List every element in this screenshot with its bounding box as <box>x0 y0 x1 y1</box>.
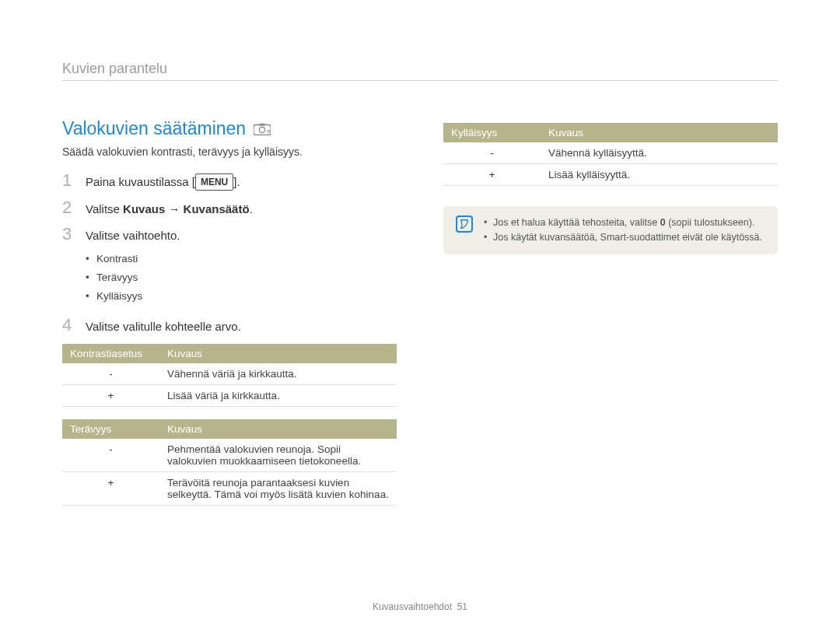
step-2-bold: Kuvaus → Kuvansäätö <box>123 202 250 215</box>
footer-label: Kuvausvaihtoehdot <box>373 601 452 612</box>
note-1-suffix: (sopii tulostukseen). <box>666 217 755 228</box>
step-number: 3 <box>62 226 75 243</box>
page-footer: Kuvausvaihtoehdot 51 <box>0 601 840 612</box>
sharpness-table: Terävyys Kuvaus - Pehmentää valokuvien r… <box>62 419 397 506</box>
table-cell-key: - <box>443 142 541 164</box>
table-header: Kuvaus <box>541 123 778 142</box>
bullet-item: Kontrasti <box>86 250 397 268</box>
step-3: 3 Valitse vaihtoehto. Kontrasti Terävyys… <box>62 226 397 309</box>
saturation-table: Kylläisyys Kuvaus - Vähennä kylläisyyttä… <box>443 123 778 186</box>
camera-mode-icon: P <box>254 123 271 135</box>
table-cell-key: - <box>62 363 159 385</box>
table-cell-desc: Vähennä väriä ja kirkkautta. <box>159 363 397 385</box>
note-1-prefix: Jos et halua käyttää tehosteita, valitse <box>493 217 660 228</box>
svg-rect-1 <box>259 123 264 125</box>
step-number: 2 <box>62 199 75 216</box>
note-list: Jos et halua käyttää tehosteita, valitse… <box>484 215 762 245</box>
step-number: 1 <box>62 172 75 189</box>
table-cell-desc: Lisää väriä ja kirkkautta. <box>159 384 397 406</box>
step-body: Valitse Kuvaus → Kuvansäätö. <box>86 201 397 219</box>
menu-button-label: MENU <box>195 173 233 191</box>
table-cell-desc: Pehmentää valokuvien reunoja. Sopii valo… <box>159 439 397 472</box>
step-3-text: Valitse vaihtoehto. <box>86 229 180 242</box>
table-header: Kuvaus <box>159 344 397 363</box>
left-column: Valokuvien säätäminen P Säädä valokuvien… <box>62 118 397 518</box>
step-2-prefix: Valitse <box>86 202 123 215</box>
table-cell-key: + <box>443 164 541 186</box>
table-header: Kontrastiasetus <box>62 344 159 363</box>
table-cell-key: + <box>62 471 159 505</box>
table-header: Kuvaus <box>159 419 397 439</box>
page-number: 51 <box>457 601 467 612</box>
table-row: - Pehmentää valokuvien reunoja. Sopii va… <box>62 439 397 472</box>
table-header: Terävyys <box>62 419 159 439</box>
step-1-prefix: Paina kuvaustilassa [ <box>86 175 195 188</box>
table-cell-desc: Terävöitä reunoja parantaaksesi kuvien s… <box>159 471 397 505</box>
step-1: 1 Paina kuvaustilassa [MENU]. <box>62 172 397 191</box>
table-row: + Lisää kylläisyyttä. <box>443 164 778 186</box>
svg-point-2 <box>259 127 264 132</box>
step-body: Paina kuvaustilassa [MENU]. <box>86 173 397 191</box>
step-body: Valitse vaihtoehto. Kontrasti Terävyys K… <box>86 227 397 309</box>
contrast-table: Kontrastiasetus Kuvaus - Vähennä väriä j… <box>62 344 397 407</box>
step-4: 4 Valitse valitulle kohteelle arvo. <box>62 317 397 336</box>
step-3-bullets: Kontrasti Terävyys Kylläisyys <box>86 250 397 306</box>
bullet-item: Terävyys <box>86 268 397 287</box>
bullet-item: Kylläisyys <box>86 287 397 306</box>
table-row: + Lisää väriä ja kirkkautta. <box>62 384 397 406</box>
intro-text: Säädä valokuvien kontrasti, terävyys ja … <box>62 145 397 158</box>
right-column: Kylläisyys Kuvaus - Vähennä kylläisyyttä… <box>443 118 778 518</box>
content-columns: Valokuvien säätäminen P Säädä valokuvien… <box>62 118 778 518</box>
note-1-bold: 0 <box>660 217 666 228</box>
table-cell-key: + <box>62 384 159 406</box>
step-2-suffix: . <box>250 202 253 215</box>
note-item: Jos et halua käyttää tehosteita, valitse… <box>484 215 762 230</box>
section-title-text: Valokuvien säätäminen <box>62 118 246 139</box>
step-1-suffix: ]. <box>233 175 240 188</box>
table-row: + Terävöitä reunoja parantaaksesi kuvien… <box>62 471 397 505</box>
steps-list: 1 Paina kuvaustilassa [MENU]. 2 Valitse … <box>62 172 397 336</box>
step-2: 2 Valitse Kuvaus → Kuvansäätö. <box>62 199 397 219</box>
table-cell-desc: Vähennä kylläisyyttä. <box>541 142 778 164</box>
table-cell-desc: Lisää kylläisyyttä. <box>541 164 778 186</box>
section-title: Valokuvien säätäminen P <box>62 118 397 139</box>
table-header: Kylläisyys <box>443 123 541 142</box>
svg-text:P: P <box>268 128 271 133</box>
table-row: - Vähennä väriä ja kirkkautta. <box>62 363 397 385</box>
step-body: Valitse valitulle kohteelle arvo. <box>86 318 397 336</box>
note-icon <box>456 215 473 233</box>
table-cell-key: - <box>62 439 159 472</box>
note-item: Jos käytät kuvansäätöä, Smart-suodattime… <box>484 230 762 245</box>
breadcrumb: Kuvien parantelu <box>62 61 778 81</box>
table-row: - Vähennä kylläisyyttä. <box>443 142 778 164</box>
note-box: Jos et halua käyttää tehosteita, valitse… <box>443 206 778 254</box>
step-number: 4 <box>62 317 75 334</box>
